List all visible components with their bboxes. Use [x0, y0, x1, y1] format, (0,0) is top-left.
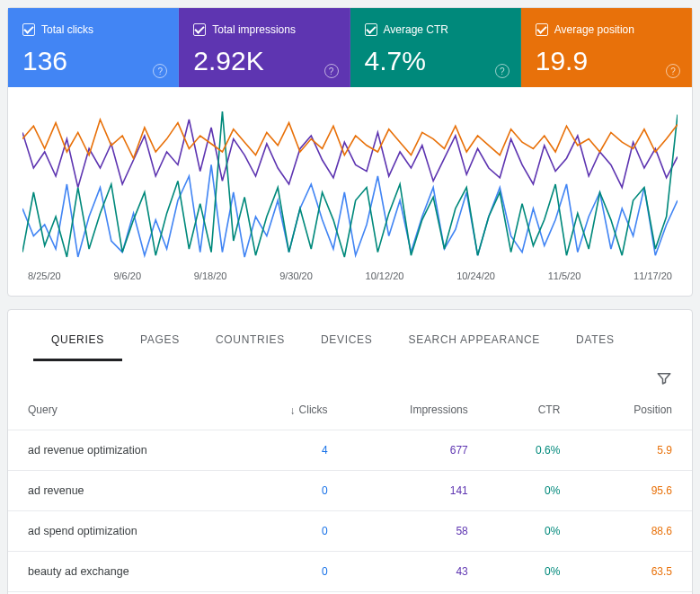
help-icon[interactable]: ? — [153, 64, 167, 78]
metric-ctr[interactable]: Average CTR4.7%? — [350, 8, 521, 87]
col-ctr[interactable]: CTR — [488, 390, 580, 430]
cell-ctr: 0% — [488, 552, 580, 592]
metric-clicks[interactable]: Total clicks136? — [8, 8, 179, 87]
metric-value: 136 — [22, 46, 164, 76]
tab-queries[interactable]: QUERIES — [33, 326, 122, 361]
queries-table: Query↓ClicksImpressionsCTRPosition ad re… — [8, 390, 692, 594]
col-query[interactable]: Query — [8, 390, 236, 430]
cell-clicks: 0 — [236, 511, 348, 552]
metric-value: 2.92K — [193, 46, 334, 76]
help-icon[interactable]: ? — [666, 64, 680, 78]
x-axis: 8/25/209/6/209/18/209/30/2010/12/2010/24… — [22, 265, 678, 290]
tabs: QUERIESPAGESCOUNTRIESDEVICESSEARCH APPEA… — [8, 310, 692, 361]
x-tick: 11/17/20 — [634, 270, 672, 281]
checkbox-icon — [536, 23, 548, 36]
tab-pages[interactable]: PAGES — [122, 326, 198, 361]
x-tick: 9/6/20 — [113, 270, 141, 281]
cell-impressions: 58 — [348, 511, 488, 552]
results-panel: QUERIESPAGESCOUNTRIESDEVICESSEARCH APPEA… — [7, 309, 693, 594]
cell-query: ad revenue optimization — [8, 430, 236, 471]
tab-countries[interactable]: COUNTRIES — [198, 326, 303, 361]
x-tick: 9/30/20 — [279, 270, 313, 281]
table-row[interactable]: ad revenue01410%95.6 — [8, 471, 692, 511]
line-chart — [22, 103, 678, 265]
x-tick: 10/24/20 — [456, 270, 495, 281]
checkbox-icon — [22, 23, 35, 36]
filter-icon[interactable] — [656, 370, 672, 386]
cell-clicks: 0 — [236, 471, 348, 511]
col-clicks[interactable]: ↓Clicks — [236, 390, 348, 430]
help-icon[interactable]: ? — [495, 64, 509, 78]
help-icon[interactable]: ? — [324, 64, 339, 78]
cell-query: ad spend optimization — [8, 511, 236, 552]
metric-value: 19.9 — [536, 46, 677, 76]
cell-impressions: 677 — [348, 430, 488, 471]
metric-label: Total impressions — [212, 23, 296, 36]
cell-clicks: 4 — [236, 430, 348, 471]
cell-position: 95.6 — [580, 471, 692, 511]
cell-position: 88.6 — [580, 511, 692, 552]
cell-ctr: 0% — [488, 471, 580, 511]
metric-impressions[interactable]: Total impressions2.92K? — [179, 8, 350, 87]
cell-position: 63.5 — [580, 552, 692, 592]
metric-position[interactable]: Average position19.9? — [521, 8, 692, 87]
cell-position: 5.9 — [580, 430, 692, 471]
x-tick: 11/5/20 — [548, 270, 581, 281]
x-tick: 9/18/20 — [194, 270, 227, 281]
tab-dates[interactable]: DATES — [558, 326, 633, 361]
table-row[interactable]: beauty ad exchange0430%63.5 — [8, 552, 692, 592]
checkbox-icon — [365, 23, 377, 36]
cell-query: beauty ad exchange — [8, 552, 236, 592]
metric-label: Average position — [554, 23, 634, 36]
cell-clicks: 0 — [236, 552, 348, 592]
series-total-impressions — [22, 120, 678, 188]
cell-impressions: 141 — [348, 471, 488, 511]
col-impressions[interactable]: Impressions — [348, 390, 488, 430]
series-average-ctr — [22, 111, 678, 257]
metric-value: 4.7% — [365, 46, 506, 76]
table-row[interactable]: ad revenue optimization46770.6%5.9 — [8, 430, 692, 471]
metric-label: Average CTR — [384, 23, 448, 36]
checkbox-icon — [193, 23, 206, 36]
x-tick: 8/25/20 — [28, 270, 61, 281]
cell-ctr: 0.6% — [488, 430, 580, 471]
chart-area: 8/25/209/6/209/18/209/30/2010/12/2010/24… — [8, 87, 692, 296]
x-tick: 10/12/20 — [366, 270, 404, 281]
tab-devices[interactable]: DEVICES — [303, 326, 391, 361]
table-row[interactable]: ad spend optimization0580%88.6 — [8, 511, 692, 552]
metrics-panel: Total clicks136?Total impressions2.92K?A… — [7, 7, 693, 297]
cell-ctr: 0% — [488, 511, 580, 552]
cell-impressions: 43 — [348, 552, 488, 592]
metric-label: Total clicks — [41, 23, 93, 36]
sort-arrow-icon: ↓ — [290, 404, 296, 417]
tab-search-appearance[interactable]: SEARCH APPEARANCE — [390, 326, 558, 361]
cell-query: ad revenue — [8, 471, 236, 511]
col-position[interactable]: Position — [580, 390, 692, 430]
